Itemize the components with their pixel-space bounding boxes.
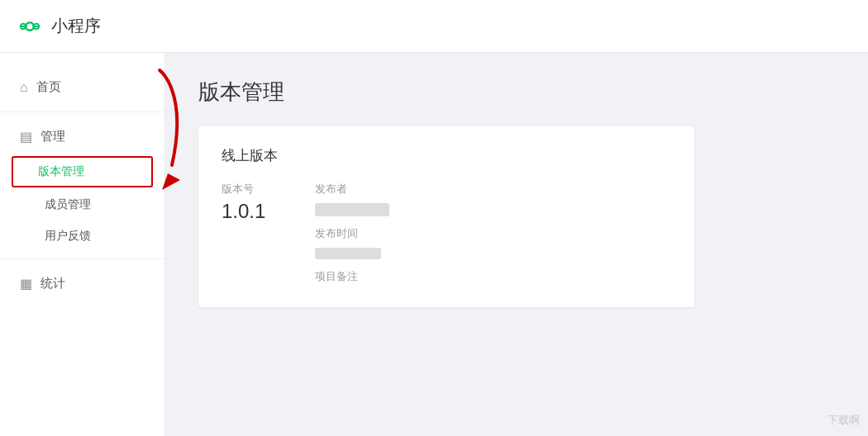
publish-time-label: 发布时间: [315, 226, 389, 241]
sidebar-item-user-feedback[interactable]: 用户反馈: [0, 220, 165, 252]
publisher-value-placeholder: [315, 203, 389, 216]
user-feedback-label: 用户反馈: [45, 229, 91, 242]
watermark: 下载啊: [827, 413, 860, 428]
publisher-col: 发布者: [315, 182, 389, 216]
main-layout: ⌂ 首页 ▤ 管理 版本管理 成员管理 用户反馈 ▦ 统计 版本管: [0, 53, 868, 436]
home-label: 首页: [36, 79, 61, 95]
project-note-col: 项目备注: [315, 269, 389, 287]
card-info-row: 版本号 1.0.1 发布者 发布时间: [222, 182, 671, 287]
project-note-label: 项目备注: [315, 269, 389, 284]
version-label: 版本号: [222, 182, 265, 197]
inbox-icon: ▤: [20, 129, 32, 145]
app-header: 小程序: [0, 0, 868, 53]
app-title: 小程序: [51, 15, 101, 37]
sidebar-management-label: ▤ 管理: [0, 119, 165, 154]
sidebar-active-border: 版本管理: [12, 156, 153, 187]
member-management-label: 成员管理: [45, 197, 91, 211]
sidebar-item-member-management[interactable]: 成员管理: [0, 189, 165, 220]
chart-icon: ▦: [20, 276, 32, 291]
publish-time-value-placeholder: [315, 248, 381, 259]
main-content-area: 版本管理 线上版本 版本号 1.0.1 发布者: [165, 53, 868, 436]
sidebar: ⌂ 首页 ▤ 管理 版本管理 成员管理 用户反馈 ▦ 统计: [0, 53, 165, 436]
publish-time-col: 发布时间: [315, 226, 389, 259]
app-logo-icon: [17, 13, 43, 40]
sidebar-item-home[interactable]: ⌂ 首页: [0, 69, 165, 105]
version-value: 1.0.1: [222, 200, 265, 223]
sidebar-divider-2: [0, 258, 165, 259]
sidebar-item-version-management[interactable]: 版本管理: [13, 158, 151, 186]
statistics-label: 统计: [41, 276, 65, 291]
sidebar-divider-1: [0, 111, 165, 112]
page-title: 版本管理: [198, 78, 835, 107]
card-title: 线上版本: [222, 146, 671, 165]
right-info-col: 发布者 发布时间 项目备注: [315, 182, 389, 287]
version-col: 版本号 1.0.1: [222, 182, 265, 287]
online-version-card: 线上版本 版本号 1.0.1 发布者 发布时间: [198, 126, 694, 307]
home-icon: ⌂: [20, 80, 28, 95]
sidebar-statistics-label: ▦ 统计: [0, 266, 165, 301]
version-management-label: 版本管理: [38, 164, 84, 178]
publisher-label: 发布者: [315, 182, 389, 197]
management-label: 管理: [41, 129, 65, 145]
